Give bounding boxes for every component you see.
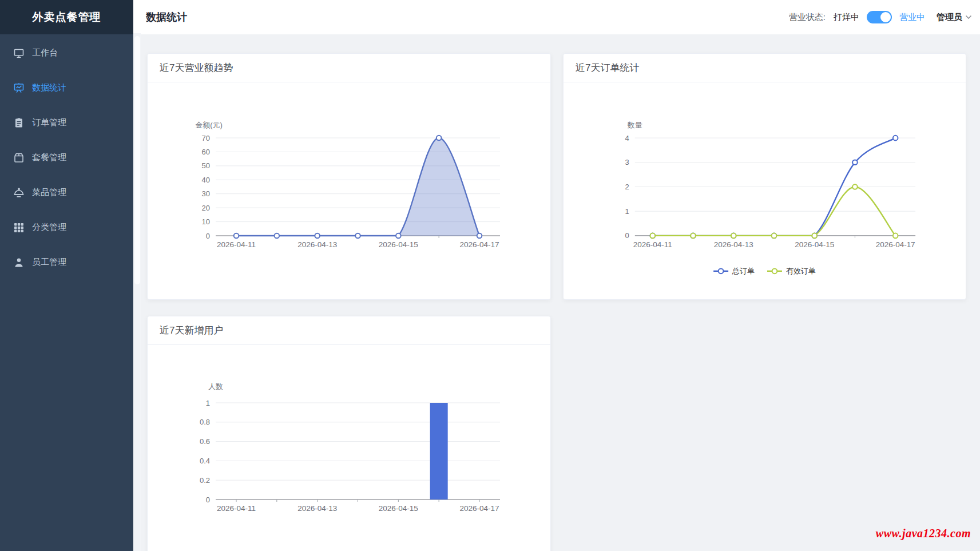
sidebar-item-dishes[interactable]: 菜品管理 — [0, 175, 133, 210]
chevron-down-icon — [965, 15, 972, 19]
sidebar-item-label: 员工管理 — [32, 257, 66, 268]
new-users-chart: 00.20.40.60.81人数2026-04-112026-04-132026… — [148, 345, 550, 551]
svg-text:50: 50 — [202, 161, 210, 170]
svg-text:2026-04-17: 2026-04-17 — [459, 240, 499, 249]
svg-text:2026-04-13: 2026-04-13 — [297, 240, 337, 249]
sidebar-item-categories[interactable]: 分类管理 — [0, 210, 133, 245]
svg-text:人数: 人数 — [208, 382, 223, 391]
card-title: 近7天新增用户 — [148, 316, 550, 345]
watermark: www.java1234.com — [876, 527, 971, 540]
svg-text:数量: 数量 — [627, 121, 642, 129]
user-menu[interactable]: 管理员 — [937, 12, 972, 23]
business-status-toggle[interactable] — [867, 11, 892, 23]
svg-text:2026-04-15: 2026-04-15 — [379, 504, 418, 513]
sidebar-scrollbar[interactable] — [133, 33, 141, 551]
svg-text:0: 0 — [206, 495, 210, 504]
card-title: 近7天订单统计 — [564, 54, 966, 82]
svg-text:2026-04-11: 2026-04-11 — [633, 240, 672, 249]
revenue-trend-card: 近7天营业额趋势 010203040506070金额(元)2026-04-112… — [147, 53, 551, 300]
grid-icon — [13, 222, 25, 233]
card-title: 近7天营业额趋势 — [148, 54, 550, 82]
sidebar-item-label: 数据统计 — [32, 82, 66, 93]
svg-text:2026-04-13: 2026-04-13 — [714, 240, 753, 249]
svg-text:3: 3 — [625, 158, 629, 167]
sidebar-item-staff[interactable]: 员工管理 — [0, 245, 133, 280]
svg-text:2026-04-15: 2026-04-15 — [379, 240, 418, 249]
svg-text:0.4: 0.4 — [200, 457, 210, 465]
new-users-card: 近7天新增用户 00.20.40.60.81人数2026-04-112026-0… — [147, 316, 551, 551]
svg-text:0: 0 — [625, 231, 629, 240]
svg-text:1: 1 — [625, 207, 629, 216]
svg-text:2026-04-13: 2026-04-13 — [297, 504, 337, 513]
svg-text:40: 40 — [202, 176, 210, 184]
sidebar-item-label: 菜品管理 — [32, 187, 66, 198]
svg-text:金额(元): 金额(元) — [195, 121, 223, 129]
svg-text:2026-04-17: 2026-04-17 — [876, 240, 915, 249]
main-content: 近7天营业额趋势 010203040506070金额(元)2026-04-112… — [133, 34, 980, 551]
svg-text:1: 1 — [206, 399, 210, 407]
svg-text:70: 70 — [202, 134, 210, 142]
svg-text:10: 10 — [202, 217, 210, 226]
svg-text:30: 30 — [202, 189, 210, 198]
user-name: 管理员 — [937, 12, 962, 23]
svg-text:0.8: 0.8 — [200, 418, 210, 426]
sidebar-item-stats[interactable]: 数据统计 — [0, 70, 133, 105]
sidebar-item-label: 套餐管理 — [32, 152, 66, 163]
dish-icon — [13, 187, 25, 199]
sidebar-menu: 工作台数据统计订单管理套餐管理菜品管理分类管理员工管理 — [0, 34, 133, 280]
sidebar-item-label: 工作台 — [32, 47, 58, 58]
svg-text:4: 4 — [625, 134, 629, 142]
svg-text:2026-04-15: 2026-04-15 — [795, 240, 834, 249]
status-open-label: 营业中 — [899, 12, 925, 23]
svg-text:0.6: 0.6 — [200, 437, 210, 446]
svg-text:2: 2 — [625, 183, 629, 191]
svg-text:总订单: 总订单 — [732, 267, 755, 275]
svg-text:2026-04-11: 2026-04-11 — [217, 504, 256, 513]
svg-text:2026-04-11: 2026-04-11 — [217, 240, 256, 249]
revenue-trend-chart: 010203040506070金额(元)2026-04-112026-04-13… — [148, 82, 550, 300]
sidebar-item-workbench[interactable]: 工作台 — [0, 35, 133, 70]
app-logo: 外卖点餐管理 — [0, 0, 133, 34]
svg-text:2026-04-17: 2026-04-17 — [459, 504, 499, 513]
business-status-label: 营业状态: — [789, 12, 826, 23]
toggle-knob — [880, 12, 891, 22]
svg-text:60: 60 — [202, 148, 210, 156]
sidebar-item-orders[interactable]: 订单管理 — [0, 105, 133, 140]
svg-text:20: 20 — [202, 204, 210, 212]
monitor-icon — [13, 47, 25, 59]
header-right: 营业状态: 打烊中 营业中 管理员 — [789, 11, 980, 23]
svg-text:有效订单: 有效订单 — [786, 267, 816, 275]
sidebar-item-label: 订单管理 — [32, 117, 66, 128]
scrollbar-thumb[interactable] — [134, 36, 140, 284]
package-icon — [13, 152, 25, 164]
svg-text:0.2: 0.2 — [200, 476, 210, 485]
sidebar: 外卖点餐管理 工作台数据统计订单管理套餐管理菜品管理分类管理员工管理 — [0, 0, 133, 551]
status-closed-label: 打烊中 — [834, 12, 859, 23]
order-icon — [13, 117, 25, 129]
sidebar-item-label: 分类管理 — [32, 222, 66, 233]
user-icon — [13, 257, 25, 268]
stats-icon — [13, 82, 25, 94]
order-stats-card: 近7天订单统计 01234数量2026-04-112026-04-132026-… — [563, 53, 966, 300]
order-stats-chart: 01234数量2026-04-112026-04-132026-04-15202… — [564, 82, 966, 300]
top-header: 数据统计 营业状态: 打烊中 营业中 管理员 — [133, 0, 980, 34]
sidebar-item-packages[interactable]: 套餐管理 — [0, 140, 133, 175]
svg-text:0: 0 — [206, 232, 210, 240]
page-title: 数据统计 — [146, 10, 187, 24]
